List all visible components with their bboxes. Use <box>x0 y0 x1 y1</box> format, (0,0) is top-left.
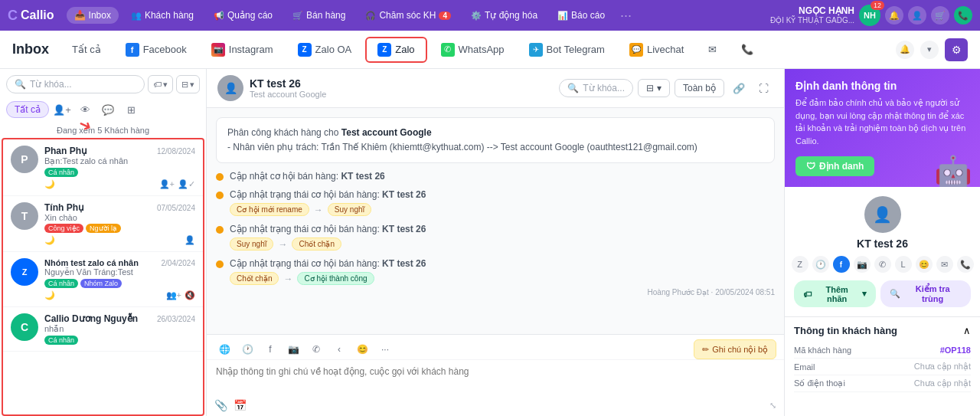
contact-item[interactable]: C Callio Dương Nguyễn 26/03/2024 nhắn Cá… <box>3 307 203 352</box>
all-filter-btn[interactable]: Tất cả <box>6 101 49 118</box>
instagram-tool-icon[interactable]: 📷 <box>283 339 303 359</box>
cust-wa-icon[interactable]: ✆ <box>874 256 891 273</box>
cust-line-icon[interactable]: L <box>895 256 912 273</box>
contact-item[interactable]: T Tính Phụ 07/05/2024 Xin chào Công việc… <box>3 196 203 252</box>
pencil-icon: ✏ <box>702 345 709 355</box>
contact-item[interactable]: Z Nhóm test zalo cá nhân 2/04/2024 Nguyễ… <box>3 252 203 307</box>
nav-quangcao[interactable]: 📢 Quảng cáo <box>206 7 280 24</box>
tab-all[interactable]: Tất cả <box>61 39 112 60</box>
identity-btn[interactable]: 🛡 Định danh <box>795 156 874 176</box>
chat-icon[interactable]: 💬 <box>98 100 118 120</box>
cart-icon[interactable]: 🛒 <box>931 6 949 25</box>
label-filter-btn[interactable]: 🏷 ▾ <box>148 75 173 93</box>
contact-item[interactable]: P Phan Phụ 12/08/2024 Bạn:Test zalo cá n… <box>3 139 203 196</box>
settings-icon[interactable]: ⚙ <box>945 38 968 61</box>
link-icon[interactable]: 🔗 <box>729 78 749 98</box>
filter-icon: ⊟ <box>646 83 654 93</box>
cust-fb-icon[interactable]: f <box>833 256 850 273</box>
filter-btn[interactable]: ⊟ ▾ <box>176 75 200 93</box>
flow-arrow-icon: → <box>283 274 292 284</box>
nav-khachhang[interactable]: 👥 Khách hàng <box>123 7 201 24</box>
group-add-icon[interactable]: 👥+ <box>166 290 181 300</box>
grid-icon[interactable]: ⊞ <box>121 100 141 120</box>
chevron-down-icon[interactable]: ▾ <box>920 41 939 59</box>
resize-icon[interactable]: ⤡ <box>769 401 776 411</box>
tag-nhomzalo: Nhóm Zalo <box>80 279 122 288</box>
person-action-icon[interactable]: 👤 <box>185 235 195 245</box>
notification-bell-icon[interactable]: 🔔 <box>896 41 914 59</box>
tab-email[interactable]: ✉ <box>697 39 727 60</box>
mute-icon[interactable]: 🔇 <box>185 290 195 300</box>
cust-clock-icon[interactable]: 🕐 <box>812 256 829 273</box>
person-check-action-icon[interactable]: 👤✓ <box>178 179 195 189</box>
moon-icon: 🌙 <box>44 179 55 189</box>
contact-tags: Cá nhân <box>44 168 195 177</box>
shield-icon: 🛡 <box>806 161 815 172</box>
phone-icon[interactable]: 📞 <box>954 6 972 25</box>
internal-note-btn[interactable]: ✏ Ghi chú nội bộ <box>694 339 776 359</box>
check-duplicate-btn[interactable]: 🔍 Kiểm tra trùng <box>880 280 971 307</box>
nav-banhang[interactable]: 🛒 Bán hàng <box>285 7 353 24</box>
user-area: NGỌC HẠNH ĐỘI KỸ THUẬT GADG... NH 12 🔔 👤… <box>770 5 972 26</box>
filter-icon: ⊟ <box>181 80 188 90</box>
cust-email-icon[interactable]: ✉ <box>936 256 953 273</box>
chevron-left-icon[interactable]: ‹ <box>329 339 349 359</box>
person-add-action-icon[interactable]: 👤+ <box>159 179 175 189</box>
tab-facebook[interactable]: f Facebook <box>115 38 198 61</box>
filter-btn[interactable]: ⊟ ▾ <box>638 79 670 97</box>
flow-to-tag: Chốt chặn <box>292 237 341 251</box>
tab-phone[interactable]: 📞 <box>730 39 764 60</box>
tab-instagram[interactable]: 📷 Instagram <box>201 38 284 61</box>
event-content: Cập nhật trạng thái cơ hội bán hàng: KT … <box>230 224 775 251</box>
nav-inbox[interactable]: 📥 Inbox <box>67 7 119 24</box>
expand-icon[interactable]: ⛶ <box>753 78 773 98</box>
cust-ig-icon[interactable]: 📷 <box>854 256 871 273</box>
tab-whatsapp[interactable]: ✆ WhatsApp <box>430 38 515 61</box>
chat-contact-avatar: 👤 <box>217 75 243 101</box>
facebook-tool-icon[interactable]: f <box>260 339 280 359</box>
more-options-icon[interactable]: ··· <box>620 8 632 24</box>
tab-telegram[interactable]: ✈ Bot Telegram <box>518 38 616 61</box>
tab-livechat[interactable]: 💬 Livechat <box>619 38 694 61</box>
zalo-tool-icon[interactable]: 🌐 <box>214 339 234 359</box>
bell-icon[interactable]: 🔔 <box>885 6 903 25</box>
zalo-oa-icon: Z <box>298 43 312 57</box>
dots-tool-icon[interactable]: ··· <box>375 339 395 359</box>
input-bottom-icons: 📎 📅 <box>214 399 247 411</box>
contact-search-box[interactable]: 🔍 Từ khóa... <box>6 75 145 93</box>
phone-channel-icon: 📞 <box>741 44 753 55</box>
cust-zalo-icon[interactable]: Z <box>792 256 808 273</box>
customer-channel-icons: Z 🕐 f 📷 ✆ L 😊 ✉ 📞 <box>792 256 974 273</box>
contact-body: Phan Phụ 12/08/2024 Bạn:Test zalo cá nhâ… <box>44 146 195 189</box>
nav-tudong[interactable]: ⚙️ Tự động hóa <box>463 7 545 24</box>
flow-from-tag: Cơ hội mới rename <box>230 203 309 216</box>
add-person-icon[interactable]: 👤+ <box>52 100 72 120</box>
contact-tags: Cá nhân <box>44 336 195 345</box>
facebook-icon: f <box>126 43 139 57</box>
nav-baocao[interactable]: 📊 Báo cáo <box>550 7 612 24</box>
contact-actions: 👤 <box>185 235 195 245</box>
email-icon: ✉ <box>708 44 717 55</box>
toanbо-btn[interactable]: Toàn bộ <box>675 79 724 97</box>
paperclip-icon[interactable]: 📎 <box>214 399 227 411</box>
whatsapp-tool-icon[interactable]: ✆ <box>306 339 326 359</box>
chat-search-box[interactable]: 🔍 Từ khóa... <box>559 79 633 97</box>
notification-badge: 12 <box>871 1 884 10</box>
contact-list: P Phan Phụ 12/08/2024 Bạn:Test zalo cá n… <box>2 138 204 416</box>
tab-zalo[interactable]: Z Zalo <box>365 37 426 63</box>
add-label-btn[interactable]: 🏷 Thêm nhãn ▾ <box>794 280 876 307</box>
event-flow: Chốt chặn → Cơ hội thành công <box>230 272 775 285</box>
chat-input[interactable] <box>207 360 784 394</box>
nav-chamsoc[interactable]: 🎧 Chăm sóc KH 4 <box>358 7 459 24</box>
tab-zalo-oa[interactable]: Z Zalo OA <box>287 38 363 61</box>
flow-from-tag: Chốt chặn <box>230 272 279 285</box>
smile-tool-icon[interactable]: 😊 <box>352 339 372 359</box>
event-flow: Suy nghĩ → Chốt chặn <box>230 237 775 251</box>
livechat-icon: 💬 <box>629 43 643 57</box>
clock-tool-icon[interactable]: 🕐 <box>237 339 257 359</box>
user-profile-icon[interactable]: 👤 <box>908 6 926 25</box>
cust-emoji-icon[interactable]: 😊 <box>916 256 933 273</box>
cust-phone-cust-icon[interactable]: 📞 <box>957 256 974 273</box>
calendar-icon[interactable]: 📅 <box>234 399 247 411</box>
info-section-header[interactable]: Thông tin khách hàng ∧ <box>794 325 971 336</box>
